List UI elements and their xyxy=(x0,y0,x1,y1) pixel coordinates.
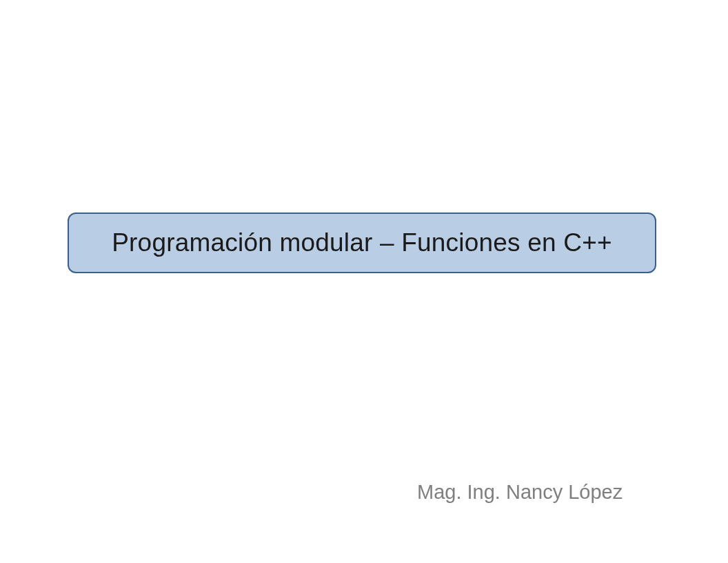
slide-title: Programación modular – Funciones en C++ xyxy=(112,228,612,257)
slide-author: Mag. Ing. Nancy López xyxy=(417,481,623,504)
slide-title-box: Programación modular – Funciones en C++ xyxy=(68,213,656,273)
